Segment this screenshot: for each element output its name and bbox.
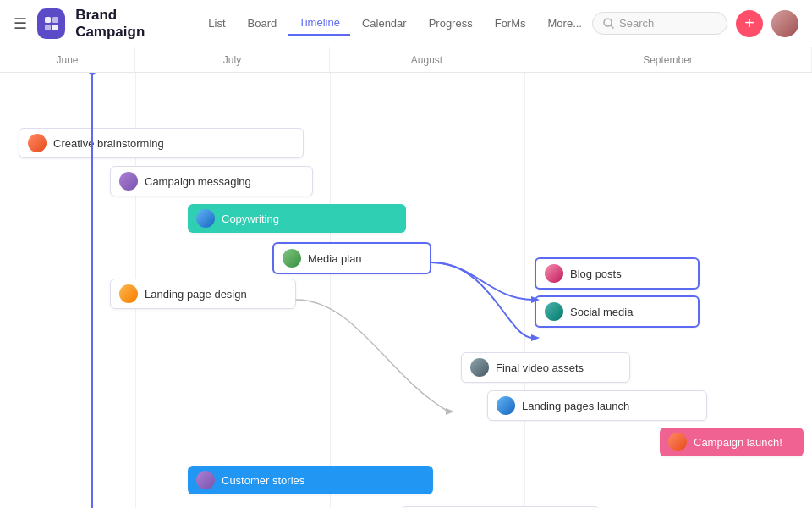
task-label-social: Social media (570, 306, 633, 318)
task-social-media[interactable]: Social media (535, 295, 700, 328)
grid-line-august (330, 73, 331, 508)
svg-line-5 (611, 25, 613, 28)
task-label-blog: Blog posts (570, 268, 622, 280)
avatar-video (470, 358, 489, 377)
task-label-customer: Customer stories (222, 474, 304, 487)
project-title: Brand Campaign (75, 7, 181, 41)
task-video[interactable]: Final video assets (461, 352, 630, 383)
tab-board[interactable]: Board (238, 12, 288, 35)
avatar-campaign (119, 172, 138, 190)
avatar-landing-launch (497, 396, 515, 415)
user-avatar[interactable] (771, 10, 798, 37)
month-july: July (135, 47, 330, 72)
month-headers: June July August September (0, 47, 812, 73)
header: ☰ Brand Campaign List Board Timeline Cal… (0, 0, 812, 47)
month-august: August (330, 47, 524, 72)
task-label-campaign: Campaign messaging (145, 175, 251, 188)
task-label-media: Media plan (308, 252, 362, 265)
grid-line-september (524, 73, 525, 508)
svg-marker-7 (531, 334, 540, 341)
svg-marker-8 (446, 408, 454, 415)
task-landing-launch[interactable]: Landing pages launch (487, 390, 707, 421)
task-label-copywriting: Copywriting (222, 213, 279, 225)
task-label-video: Final video assets (496, 362, 584, 374)
avatar-media (283, 249, 301, 268)
avatar-blog (545, 264, 563, 283)
task-campaign-messaging[interactable]: Campaign messaging (110, 166, 313, 196)
avatar-creative (28, 134, 47, 152)
task-copywriting[interactable]: Copywriting (188, 204, 406, 233)
menu-icon[interactable]: ☰ (14, 14, 27, 33)
task-landing-design[interactable]: Landing page design (110, 279, 296, 309)
search-placeholder: Search (619, 17, 654, 30)
search-icon (603, 18, 614, 29)
avatar-image (771, 10, 798, 37)
add-button[interactable]: + (736, 10, 763, 37)
task-campaign-launch[interactable]: Campaign launch! (660, 428, 804, 456)
tab-forms[interactable]: ForMs (485, 12, 536, 35)
svg-rect-2 (45, 25, 51, 30)
task-label-landing-launch: Landing pages launch (522, 400, 629, 412)
tab-list[interactable]: List (198, 12, 235, 35)
task-label-landing-design: Landing page design (145, 288, 247, 301)
tab-calendar[interactable]: Calendar (352, 12, 417, 35)
task-creative-brainstorming[interactable]: Creative brainstorming (19, 128, 304, 158)
avatar-social (545, 302, 563, 321)
app-icon (37, 8, 65, 39)
task-label-campaign-launch: Campaign launch! (694, 436, 782, 449)
tab-progress[interactable]: Progress (419, 12, 483, 35)
avatar-customer (196, 471, 215, 489)
svg-rect-0 (45, 17, 51, 23)
month-june: June (0, 47, 135, 72)
svg-rect-3 (52, 25, 58, 30)
avatar-campaign-launch (668, 433, 687, 451)
search-box[interactable]: Search (592, 12, 727, 35)
task-media-plan[interactable]: Media plan (272, 242, 431, 274)
svg-rect-1 (52, 17, 58, 23)
nav-tabs: List Board Timeline Calendar Progress Fo… (198, 11, 592, 36)
tab-more[interactable]: More... (538, 12, 592, 35)
task-blog-posts[interactable]: Blog posts (535, 257, 700, 290)
avatar-landing-design (119, 284, 138, 303)
task-label-creative: Creative brainstorming (53, 137, 164, 150)
today-line (91, 73, 93, 508)
month-september: September (524, 47, 812, 72)
timeline-area: June July August September Creative brai… (0, 47, 812, 508)
task-customer-stories[interactable]: Customer stories (188, 466, 433, 494)
header-left: ☰ Brand Campaign List Board Timeline Cal… (14, 7, 592, 41)
tab-timeline[interactable]: Timeline (288, 11, 350, 36)
header-right: Search + (592, 10, 798, 37)
avatar-copywriting (196, 209, 215, 228)
